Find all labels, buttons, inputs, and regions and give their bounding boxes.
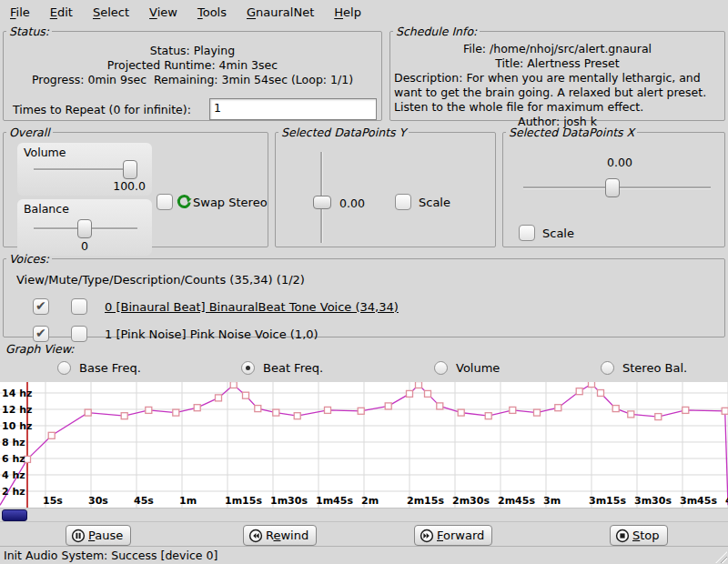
balance-value: 0 — [17, 239, 152, 253]
stop-icon — [615, 529, 630, 543]
radio-stereo-bal[interactable] — [601, 361, 614, 375]
menu-bar: File Edit Select View Tools GnauralNet H… — [0, 0, 728, 24]
graph-view-label: Graph View: — [5, 342, 75, 356]
svg-text:2m15s: 2m15s — [407, 495, 444, 507]
overall-frame: Overall Volume 100.0 Balance 0 Swap Ster… — [3, 126, 268, 247]
svg-text:3m45s: 3m45s — [680, 495, 717, 507]
status-bar: Init Audio System: Success [device 0] — [0, 546, 728, 564]
forward-icon — [420, 529, 434, 543]
svg-text:2m45s: 2m45s — [498, 495, 535, 507]
datapoints-y-value: 0.00 — [339, 196, 365, 210]
radio-volume-label: Volume — [456, 361, 500, 375]
voice-1-view-checkbox[interactable] — [33, 326, 49, 342]
forward-button-label: Forward — [437, 529, 484, 542]
status-frame-legend: Status: — [6, 25, 52, 38]
svg-text:1m30s: 1m30s — [270, 495, 308, 507]
svg-text:3m: 3m — [543, 495, 561, 507]
voice-0-view-checkbox[interactable] — [33, 298, 49, 315]
datapoints-x-scale-checkbox[interactable] — [519, 225, 535, 241]
repeat-input[interactable]: 1 — [209, 98, 377, 120]
svg-text:2m30s: 2m30s — [452, 495, 490, 507]
voice-1-label[interactable]: 1 [Pink Noise] Pink Noise Voice (1,0) — [105, 327, 318, 341]
runtime-line: Projected Runtime: 4min 3sec — [4, 58, 381, 73]
schedule-frame-legend: Schedule Info: — [393, 25, 480, 38]
datapoints-y-frame: Selected DataPoints Y 0.00 Scale — [275, 126, 496, 247]
menu-file[interactable]: File — [0, 2, 40, 23]
menu-edit[interactable]: Edit — [40, 2, 83, 23]
volume-label: Volume — [24, 146, 66, 159]
radio-base-freq-label: Base Freq. — [79, 361, 141, 375]
svg-text:12 hz: 12 hz — [2, 404, 32, 416]
radio-beat-freq-label: Beat Freq. — [263, 361, 323, 375]
svg-text:3m15s: 3m15s — [589, 495, 626, 507]
svg-text:6 hz: 6 hz — [2, 453, 25, 465]
menu-select[interactable]: Select — [83, 2, 139, 23]
repeat-label: Times to Repeat (0 for infinite): — [13, 103, 191, 117]
voice-0-mute-checkbox[interactable] — [71, 298, 87, 315]
svg-text:4 hz: 4 hz — [2, 469, 25, 481]
datapoints-y-slider-handle[interactable] — [313, 196, 331, 209]
radio-volume[interactable] — [434, 361, 448, 375]
datapoints-x-frame: Selected DataPoints X 0.00 Scale — [502, 126, 725, 247]
stop-button-label: Stop — [632, 529, 660, 542]
schedule-description: Description: For when you are mentally l… — [394, 71, 722, 115]
progress-line: Progress: 0min 9sec Remaining: 3min 54se… — [4, 73, 381, 87]
stop-button[interactable]: Stop — [610, 525, 668, 546]
status-bar-text: Init Audio System: Success [device 0] — [4, 549, 217, 562]
menu-view[interactable]: View — [139, 2, 187, 23]
datapoints-x-slider-handle[interactable] — [605, 178, 620, 197]
svg-text:10 hz: 10 hz — [2, 420, 32, 432]
rewind-button[interactable]: Rewind — [243, 525, 317, 546]
svg-text:2 hz: 2 hz — [2, 486, 25, 498]
voices-frame: Voices: View/Mute/Type/Description/Count… — [3, 252, 725, 337]
overall-frame-legend: Overall — [6, 126, 53, 139]
datapoints-x-value: 0.00 — [602, 156, 638, 169]
voices-frame-legend: Voices: — [6, 252, 52, 266]
svg-text:1m15s: 1m15s — [225, 495, 262, 507]
schedule-title: Title: Alertness Preset — [390, 56, 724, 71]
swap-stereo-checkbox[interactable] — [157, 194, 173, 210]
svg-text:1m: 1m — [179, 495, 197, 507]
radio-base-freq[interactable] — [57, 361, 71, 375]
voice-0-label[interactable]: 0 [Binaural Beat] BinauralBeat Tone Voic… — [105, 300, 399, 314]
pause-icon — [71, 529, 86, 543]
svg-text:45s: 45s — [134, 495, 154, 507]
rewind-icon — [248, 529, 263, 543]
volume-slider-trough[interactable] — [34, 168, 137, 171]
resize-grip[interactable] — [715, 551, 727, 563]
radio-beat-freq[interactable] — [241, 361, 255, 375]
volume-slider-group: Volume 100.0 — [17, 143, 152, 196]
beat-freq-graph[interactable]: 2 hz4 hz6 hz8 hz10 hz12 hz14 hz15s30s45s… — [0, 382, 728, 508]
swap-stereo-label: Swap Stereo — [193, 196, 268, 209]
schedule-file: File: /home/nhoj/src/alert.gnaural — [390, 42, 724, 56]
svg-text:8 hz: 8 hz — [2, 437, 25, 448]
svg-text:3m30s: 3m30s — [634, 495, 672, 507]
graph-hscrollbar[interactable] — [0, 508, 728, 522]
svg-text:14 hz: 14 hz — [2, 388, 32, 399]
balance-label: Balance — [24, 202, 69, 216]
pause-button[interactable]: Pause — [66, 525, 131, 546]
volume-value: 100.0 — [113, 179, 146, 193]
schedule-info-frame: Schedule Info: File: /home/nhoj/src/aler… — [389, 25, 725, 121]
datapoints-y-legend: Selected DataPoints Y — [278, 126, 409, 139]
graph-hscrollbar-thumb[interactable] — [2, 509, 27, 521]
forward-button[interactable]: Forward — [414, 525, 492, 546]
balance-slider-group: Balance 0 — [17, 199, 152, 256]
menu-gnauralnet[interactable]: GnauralNet — [237, 2, 324, 23]
voice-1-mute-checkbox[interactable] — [71, 326, 87, 342]
datapoints-y-scale-checkbox[interactable] — [395, 194, 411, 210]
menu-help[interactable]: Help — [324, 2, 371, 23]
gnaural-window: File Edit Select View Tools GnauralNet H… — [0, 0, 728, 564]
svg-text:15s: 15s — [43, 495, 63, 507]
rewind-button-label: Rewind — [266, 529, 308, 542]
menu-tools[interactable]: Tools — [187, 2, 237, 23]
status-line: Status: Playing — [4, 44, 381, 58]
datapoints-y-scale-label: Scale — [419, 196, 450, 209]
datapoints-x-legend: Selected DataPoints X — [506, 126, 637, 139]
svg-text:2m: 2m — [361, 495, 379, 507]
svg-text:30s: 30s — [88, 495, 108, 507]
balance-slider-handle[interactable] — [77, 219, 92, 238]
pause-button-label: Pause — [88, 529, 123, 542]
volume-slider-handle[interactable] — [123, 160, 137, 179]
datapoints-x-scale-label: Scale — [542, 227, 574, 240]
